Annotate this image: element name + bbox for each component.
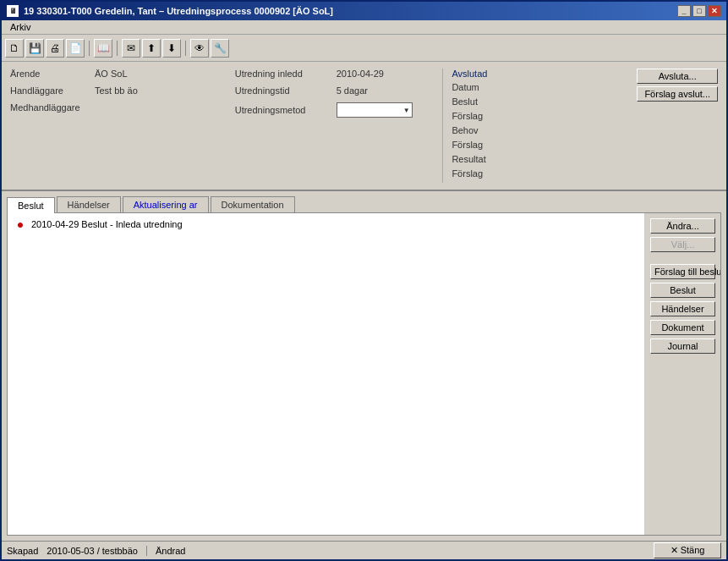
menu-item-arkiv[interactable]: Arkiv [5, 20, 36, 34]
avslutad-beslut-row: Beslut [452, 96, 620, 107]
toolbar-view-button[interactable]: 👁 [190, 39, 209, 58]
toolbar-separator-2 [117, 41, 118, 56]
handelser-button[interactable]: Händelser [650, 301, 715, 316]
avslutad-datum-label: Datum [452, 82, 511, 92]
utredning-inledd-value: 2010-04-29 [337, 69, 384, 79]
avslutad-datum-row: Datum [452, 82, 620, 92]
avslutad-forslag-row: Förslag [452, 111, 620, 121]
beslut-button[interactable]: Beslut [650, 283, 715, 298]
andra-button[interactable]: Ändra... [650, 218, 715, 234]
tab-handelser[interactable]: Händelser [57, 196, 121, 212]
status-separator [146, 546, 147, 556]
tab-content: ● 2010-04-29 Beslut - Inleda utredning Ä… [7, 212, 721, 536]
toolbar-book-button[interactable]: 📖 [94, 39, 112, 58]
title-bar-left: 🖥 19 330301-T000 Gredelin, Tant – Utredn… [7, 5, 333, 17]
dropdown-arrow-icon: ▼ [403, 107, 410, 114]
tab-right-buttons: Ändra... Välj... Förslag till beslut Bes… [644, 213, 720, 535]
status-left: Skapad 2010-05-03 / testbbäo Ändrad [7, 546, 194, 556]
utredning-inledd-row: Utredning inledd 2010-04-29 [235, 69, 443, 79]
avslutad-resultat-row: Resultat [452, 154, 620, 164]
avslutad-forslag2-label: Förslag [452, 140, 511, 150]
utredningsmetod-row: Utredningsmetod ▼ [235, 102, 443, 118]
handlaggare-value: Test bb äo [95, 85, 138, 96]
arende-row: Ärende ÄO SoL [10, 69, 218, 79]
minimize-button[interactable]: _ [677, 5, 691, 17]
main-window: 🖥 19 330301-T000 Gredelin, Tant – Utredn… [0, 0, 728, 561]
close-window-button[interactable]: ✕ [708, 5, 721, 17]
handlaggare-label: Handläggare [10, 85, 95, 96]
forslag-avslut-button[interactable]: Förslag avslut... [637, 86, 718, 102]
avslutad-title: Avslutad [452, 69, 620, 79]
toolbar-print-button[interactable]: 🖨 [46, 39, 64, 58]
avslutad-behov-row: Behov [452, 125, 620, 135]
list-item: ● 2010-04-29 Beslut - Inleda utredning [11, 217, 641, 232]
toolbar-separator-1 [89, 41, 90, 56]
medhandlaggare-row: Medhandläggare [10, 102, 218, 113]
main-content: Ärende ÄO SoL Handläggare Test bb äo Med… [2, 62, 726, 541]
title-bar: 🖥 19 330301-T000 Gredelin, Tant – Utredn… [2, 2, 726, 20]
toolbar-up-button[interactable]: ⬆ [142, 39, 161, 58]
toolbar: 🗋 💾 🖨 📄 📖 ✉ ⬆ ⬇ 👁 🔧 [2, 35, 726, 62]
utredningstid-row: Utredningstid 5 dagar [235, 85, 443, 96]
toolbar-doc-button[interactable]: 📄 [66, 39, 85, 58]
maximize-button[interactable]: □ [692, 5, 706, 17]
arende-label: Ärende [10, 69, 95, 79]
toolbar-down-button[interactable]: ⬇ [162, 39, 181, 58]
skapad-label: Skapad [7, 546, 38, 556]
avslutad-beslut-label: Beslut [452, 96, 511, 107]
andrad-label: Ändrad [156, 546, 185, 556]
tab-beslut[interactable]: Beslut [7, 197, 55, 213]
form-right-buttons: Avsluta... Förslag avslut... [628, 69, 718, 183]
list-item-text: 2010-04-29 Beslut - Inleda utredning [31, 219, 183, 229]
toolbar-save-button[interactable]: 💾 [25, 39, 44, 58]
toolbar-new-button[interactable]: 🗋 [5, 39, 24, 58]
form-panel: Ärende ÄO SoL Handläggare Test bb äo Med… [2, 62, 726, 191]
status-bar: Skapad 2010-05-03 / testbbäo Ändrad ✕ St… [2, 541, 726, 559]
handlaggare-row: Handläggare Test bb äo [10, 85, 218, 96]
utredningstid-label: Utredningstid [235, 85, 337, 96]
avslutad-section: Avslutad Datum Beslut Förslag Behov [442, 69, 628, 183]
form-right: Utredning inledd 2010-04-29 Utredningsti… [218, 69, 443, 183]
medhandlaggare-label: Medhandläggare [10, 102, 95, 113]
skapad-value: 2010-05-03 / testbbäo [47, 546, 138, 556]
toolbar-separator-3 [185, 41, 186, 56]
tab-dokumentation[interactable]: Dokumentation [211, 196, 295, 212]
utredningsmetod-label: Utredningsmetod [235, 105, 337, 115]
toolbar-settings-button[interactable]: 🔧 [211, 39, 229, 58]
avslutad-resultat-label: Resultat [452, 154, 511, 164]
utredning-inledd-label: Utredning inledd [235, 69, 337, 79]
dokument-button[interactable]: Dokument [650, 320, 715, 335]
utredningsmetod-dropdown[interactable]: ▼ [337, 102, 413, 118]
avslutad-forslag3-label: Förslag [452, 168, 511, 179]
stang-button[interactable]: ✕ Stäng [654, 542, 721, 558]
arende-value: ÄO SoL [95, 69, 128, 79]
avslutad-forslag3-row: Förslag [452, 168, 620, 179]
form-left: Ärende ÄO SoL Handläggare Test bb äo Med… [10, 69, 218, 183]
title-bar-controls: _ □ ✕ [677, 5, 721, 17]
avslutad-forslag2-row: Förslag [452, 140, 620, 150]
tabs-row: Beslut Händelser Aktualisering ar Dokume… [7, 196, 721, 212]
valj-button[interactable]: Välj... [650, 237, 715, 252]
app-icon: 🖥 [7, 5, 19, 17]
toolbar-mail-button[interactable]: ✉ [122, 39, 140, 58]
avsluta-button[interactable]: Avsluta... [637, 69, 718, 84]
tabs-area: Beslut Händelser Aktualisering ar Dokume… [2, 191, 726, 541]
forslag-till-beslut-button[interactable]: Förslag till beslut [650, 264, 715, 279]
window-title: 19 330301-T000 Gredelin, Tant – Utrednin… [24, 6, 333, 16]
avslutad-behov-label: Behov [452, 125, 511, 135]
menu-bar: Arkiv [2, 20, 726, 35]
avslutad-forslag-label: Förslag [452, 111, 511, 121]
tab-list-area: ● 2010-04-29 Beslut - Inleda utredning [8, 213, 644, 535]
journal-button[interactable]: Journal [650, 338, 715, 354]
list-item-icon: ● [14, 218, 26, 230]
tab-aktualisering[interactable]: Aktualisering ar [123, 196, 209, 212]
utredningstid-value: 5 dagar [337, 85, 368, 96]
